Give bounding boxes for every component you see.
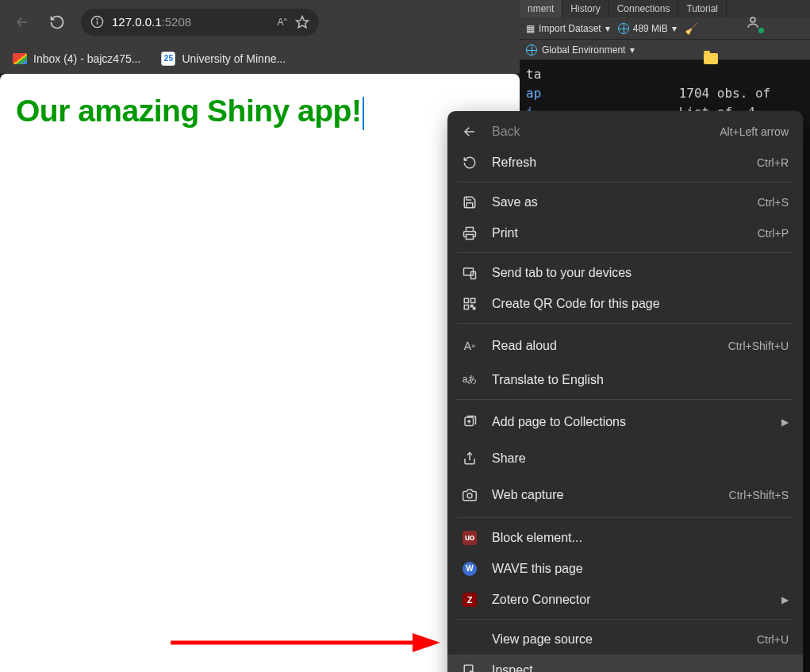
- import-label: Import Dataset: [539, 23, 601, 34]
- ublock-icon: uo: [462, 531, 478, 545]
- page-content: Our amazing Shiny app!: [0, 74, 520, 672]
- ctx-label: Web capture: [492, 488, 715, 502]
- ctx-web-capture[interactable]: Web capture Ctrl+Shift+S: [447, 477, 803, 513]
- mem-label: 489 MiB: [633, 23, 668, 34]
- ctx-label: Add page to Collections: [492, 415, 767, 429]
- ctx-shortcut: Ctrl+Shift+S: [729, 489, 789, 501]
- separator: [457, 323, 793, 324]
- separator: [457, 517, 793, 518]
- ctx-send-tab[interactable]: Send tab to your devices: [447, 257, 803, 288]
- text-cursor: [363, 97, 364, 130]
- ctx-shortcut: Ctrl+R: [757, 156, 789, 169]
- address-bar[interactable]: 127.0.0.1:5208 A»: [81, 9, 319, 36]
- bookmark-label: University of Minne...: [182, 52, 286, 65]
- svg-rect-16: [474, 307, 475, 309]
- ctx-label: Inspect: [492, 663, 789, 673]
- svg-rect-13: [471, 298, 475, 302]
- arrow-left-icon: [15, 15, 29, 29]
- ctx-label: Block element...: [492, 531, 789, 545]
- rstudio-import-dataset[interactable]: ▦ Import Dataset ▾: [526, 23, 610, 34]
- ctx-block-element[interactable]: uo Block element...: [447, 522, 803, 553]
- broom-icon[interactable]: 🧹: [685, 22, 698, 35]
- ctx-print[interactable]: Print Ctrl+P: [447, 217, 803, 248]
- text-size-icon[interactable]: A»: [278, 16, 287, 28]
- ctx-collections[interactable]: Add page to Collections ▶: [447, 404, 803, 440]
- ctx-wave[interactable]: W WAVE this page: [447, 553, 803, 584]
- print-icon: [462, 226, 478, 240]
- svg-point-3: [97, 19, 98, 20]
- ctx-label: Send tab to your devices: [492, 266, 789, 280]
- dropdown-icon: ▾: [605, 23, 610, 34]
- svg-rect-14: [464, 305, 468, 309]
- rstudio-memory-indicator[interactable]: 489 MiB ▾: [618, 23, 677, 34]
- share-icon: [462, 451, 478, 466]
- chevron-right-icon: ▶: [781, 417, 789, 428]
- bookmark-inbox[interactable]: Inbox (4) - bajcz475...: [8, 49, 145, 68]
- star-icon[interactable]: [295, 15, 309, 29]
- rstudio-tab-environment[interactable]: nment: [520, 0, 562, 17]
- separator: [457, 252, 793, 253]
- ctx-inspect[interactable]: Inspect: [447, 655, 803, 672]
- bookmark-umn[interactable]: 25 University of Minne...: [156, 48, 290, 69]
- ctx-label: Zotero Connector: [492, 593, 767, 607]
- globe-icon: [618, 23, 629, 34]
- grid-icon: ▦: [526, 23, 535, 34]
- ctx-view-source[interactable]: View page source Ctrl+U: [447, 624, 803, 655]
- back-button[interactable]: [6, 6, 38, 38]
- ctx-share[interactable]: Share: [447, 440, 803, 477]
- ctx-zotero[interactable]: Z Zotero Connector ▶: [447, 584, 803, 615]
- ctx-save-as[interactable]: Save as Ctrl+S: [447, 186, 803, 217]
- arrow-left-icon: [462, 125, 478, 139]
- devices-icon: [462, 266, 478, 280]
- ctx-back: Back Alt+Left arrow: [447, 116, 803, 147]
- gmail-icon: [13, 53, 27, 64]
- ctx-qr-code[interactable]: Create QR Code for this page: [447, 288, 803, 319]
- ctx-label: View page source: [492, 632, 743, 647]
- dropdown-icon: ▾: [672, 23, 677, 34]
- profile-icon: [746, 15, 760, 29]
- page-title: Our amazing Shiny app!: [0, 74, 520, 150]
- svg-rect-15: [471, 305, 473, 306]
- ctx-shortcut: Ctrl+Shift+U: [728, 340, 789, 352]
- bookmark-label: Inbox (4) - bajcz475...: [33, 52, 140, 65]
- inspect-icon: [462, 663, 478, 673]
- url-host: 127.0.0.1: [112, 15, 162, 29]
- ctx-refresh[interactable]: Refresh Ctrl+R: [447, 147, 803, 178]
- env-label: Global Environment: [542, 44, 625, 56]
- rstudio-tab-history[interactable]: History: [562, 0, 608, 17]
- ctx-read-aloud[interactable]: A» Read aloud Ctrl+Shift+U: [447, 328, 803, 364]
- rstudio-tab-tutorial[interactable]: Tutorial: [678, 0, 727, 17]
- svg-rect-12: [464, 298, 468, 302]
- reload-button[interactable]: [41, 6, 73, 38]
- profile-button[interactable]: [737, 6, 769, 38]
- rstudio-tab-connections[interactable]: Connections: [609, 0, 679, 17]
- ctx-label: Save as: [492, 195, 743, 209]
- rstudio-env-bar[interactable]: Global Environment ▾: [520, 40, 810, 60]
- ctx-label: Translate to English: [492, 373, 789, 387]
- collections-icon: [462, 415, 478, 429]
- ctx-label: Back: [492, 125, 705, 139]
- context-menu: Back Alt+Left arrow Refresh Ctrl+R Save …: [447, 111, 803, 672]
- svg-rect-9: [466, 234, 474, 239]
- ctx-label: WAVE this page: [492, 562, 789, 576]
- ctx-label: Print: [492, 226, 743, 240]
- ctx-label: Create QR Code for this page: [492, 297, 789, 311]
- ctx-label: Read aloud: [492, 339, 714, 353]
- ctx-shortcut: Ctrl+S: [758, 196, 789, 209]
- folder-icon: [704, 53, 718, 64]
- separator: [457, 619, 793, 620]
- reload-icon: [462, 156, 478, 170]
- reload-icon: [49, 14, 65, 30]
- separator: [457, 399, 793, 400]
- chevron-right-icon: ▶: [781, 594, 789, 605]
- svg-marker-4: [297, 16, 309, 27]
- calendar-icon: 25: [161, 52, 175, 66]
- translate-icon: aあ: [462, 373, 478, 386]
- ctx-translate[interactable]: aあ Translate to English: [447, 364, 803, 395]
- read-aloud-icon: A»: [462, 340, 478, 352]
- camera-icon: [462, 488, 478, 502]
- ctx-label: Refresh: [492, 156, 743, 170]
- separator: [457, 182, 793, 182]
- ctx-shortcut: Alt+Left arrow: [720, 125, 789, 138]
- info-icon: [90, 15, 104, 29]
